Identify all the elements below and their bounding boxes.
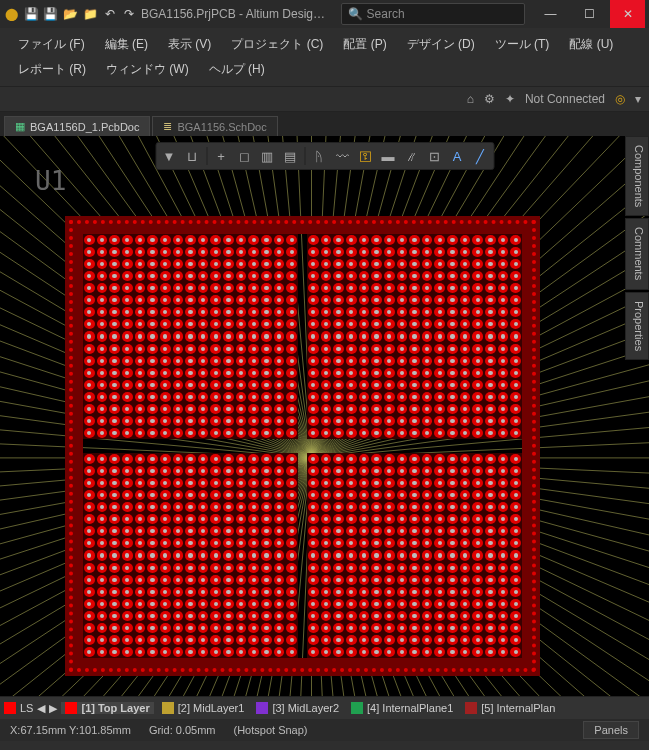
bga-pad[interactable] [510, 587, 521, 597]
bga-pad[interactable] [321, 283, 332, 293]
bga-pad[interactable] [185, 550, 196, 560]
bga-pad[interactable] [261, 319, 272, 329]
bga-pad[interactable] [122, 550, 133, 560]
bga-pad[interactable] [198, 550, 209, 560]
bga-pad[interactable] [248, 356, 259, 366]
bga-pad[interactable] [321, 550, 332, 560]
bga-pad[interactable] [422, 404, 433, 414]
bga-pad[interactable] [198, 563, 209, 573]
bga-pad[interactable] [485, 295, 496, 305]
bga-pad[interactable] [223, 295, 234, 305]
bga-pad[interactable] [122, 356, 133, 366]
bga-pad[interactable] [109, 454, 120, 464]
bga-pad[interactable] [308, 623, 319, 633]
bga-pad[interactable] [173, 392, 184, 402]
bga-pad[interactable] [422, 635, 433, 645]
bga-pad[interactable] [210, 392, 221, 402]
bga-pad[interactable] [472, 611, 483, 621]
bga-pad[interactable] [274, 295, 285, 305]
bga-pad[interactable] [248, 404, 259, 414]
bga-pad[interactable] [286, 307, 297, 317]
bga-pad[interactable] [97, 259, 108, 269]
bga-pad[interactable] [409, 283, 420, 293]
bga-pad[interactable] [447, 550, 458, 560]
bga-pad[interactable] [147, 416, 158, 426]
bga-pad[interactable] [434, 235, 445, 245]
bga-pad[interactable] [210, 319, 221, 329]
bga-pad[interactable] [498, 526, 509, 536]
bga-pad[interactable] [447, 319, 458, 329]
bga-pad[interactable] [460, 550, 471, 560]
bga-pad[interactable] [84, 454, 95, 464]
bga-pad[interactable] [97, 623, 108, 633]
bga-pad[interactable] [422, 271, 433, 281]
bga-pad[interactable] [198, 599, 209, 609]
bga-pad[interactable] [274, 454, 285, 464]
bga-pad[interactable] [434, 550, 445, 560]
bga-pad[interactable] [198, 647, 209, 657]
bga-pad[interactable] [210, 368, 221, 378]
bga-pad[interactable] [274, 466, 285, 476]
bga-pad[interactable] [173, 331, 184, 341]
bga-pad[interactable] [472, 259, 483, 269]
bga-pad[interactable] [185, 478, 196, 488]
bga-pad[interactable] [109, 283, 120, 293]
bga-pad[interactable] [333, 416, 344, 426]
bga-pad[interactable] [236, 454, 247, 464]
bga-pad[interactable] [359, 514, 370, 524]
bga-pad[interactable] [173, 514, 184, 524]
bga-pad[interactable] [384, 344, 395, 354]
bga-pad[interactable] [346, 404, 357, 414]
bga-pad[interactable] [84, 587, 95, 597]
bga-pad[interactable] [198, 380, 209, 390]
bga-pad[interactable] [160, 526, 171, 536]
bga-pad[interactable] [261, 502, 272, 512]
bga-pad[interactable] [122, 623, 133, 633]
bga-pad[interactable] [422, 623, 433, 633]
bga-pad[interactable] [135, 404, 146, 414]
bga-pad[interactable] [472, 575, 483, 585]
bga-pad[interactable] [422, 416, 433, 426]
bga-pad[interactable] [371, 392, 382, 402]
bga-pad[interactable] [359, 466, 370, 476]
bga-pad[interactable] [223, 271, 234, 281]
bga-pad[interactable] [97, 478, 108, 488]
bga-pad[interactable] [460, 647, 471, 657]
bga-pad[interactable] [321, 259, 332, 269]
bga-pad[interactable] [248, 319, 259, 329]
bga-pad[interactable] [261, 380, 272, 390]
bga-pad[interactable] [97, 331, 108, 341]
bga-pad[interactable] [333, 466, 344, 476]
bga-pad[interactable] [472, 392, 483, 402]
bga-pad[interactable] [321, 587, 332, 597]
bga-pad[interactable] [359, 454, 370, 464]
bga-pad[interactable] [510, 538, 521, 548]
bga-pad[interactable] [236, 247, 247, 257]
bga-pad[interactable] [447, 416, 458, 426]
bga-pad[interactable] [185, 404, 196, 414]
bga-pad[interactable] [333, 331, 344, 341]
bga-pad[interactable] [460, 259, 471, 269]
bga-pad[interactable] [210, 356, 221, 366]
bga-pad[interactable] [498, 514, 509, 524]
bga-pad[interactable] [135, 478, 146, 488]
bga-pad[interactable] [198, 331, 209, 341]
bga-pad[interactable] [210, 416, 221, 426]
bga-pad[interactable] [236, 490, 247, 500]
bga-pad[interactable] [498, 611, 509, 621]
bga-pad[interactable] [447, 356, 458, 366]
bga-pad[interactable] [97, 466, 108, 476]
bga-pad[interactable] [210, 331, 221, 341]
bga-pad[interactable] [109, 344, 120, 354]
bga-pad[interactable] [409, 635, 420, 645]
bga-pad[interactable] [248, 416, 259, 426]
bga-pad[interactable] [384, 587, 395, 597]
bga-pad[interactable] [422, 380, 433, 390]
bga-pad[interactable] [333, 271, 344, 281]
bga-pad[interactable] [185, 490, 196, 500]
bga-pad[interactable] [447, 259, 458, 269]
bga-pad[interactable] [210, 599, 221, 609]
bga-pad[interactable] [409, 502, 420, 512]
bga-pad[interactable] [308, 283, 319, 293]
bga-pad[interactable] [346, 428, 357, 438]
